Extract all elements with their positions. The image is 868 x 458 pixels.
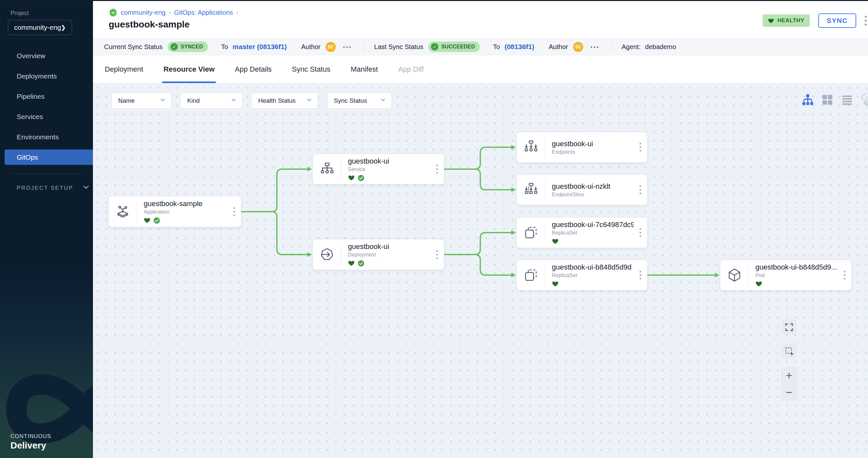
- filter-kind[interactable]: Kind: [180, 93, 243, 109]
- sidebar-item-environments[interactable]: Environments: [5, 129, 93, 144]
- filter-name[interactable]: Name: [111, 93, 172, 109]
- resource-node-replicaset-guestbook-ui-b848d5d9d[interactable]: guestbook-ui-b848d5d9dReplicaSet: [517, 260, 647, 291]
- zoom-out-button[interactable]: −: [781, 384, 798, 401]
- chevron-down-icon: [83, 184, 90, 192]
- overflow-dots-icon[interactable]: •••: [590, 44, 599, 50]
- replicaset-icon: [517, 225, 545, 240]
- node-menu-icon[interactable]: [640, 271, 641, 280]
- edge-svc-to-ep: [444, 147, 512, 169]
- breadcrumb-project-link[interactable]: community-eng: [121, 9, 165, 17]
- replicaset-icon: [517, 268, 545, 283]
- sidebar-item-overview[interactable]: Overview: [5, 48, 93, 63]
- tree-view-icon[interactable]: [801, 93, 814, 106]
- node-menu-icon[interactable]: [640, 143, 641, 152]
- node-health-badges: [552, 281, 631, 288]
- edge-dep-to-rs2: [444, 255, 512, 275]
- healthy-heart-icon: [348, 260, 355, 267]
- sidebar-item-services[interactable]: Services: [5, 109, 93, 124]
- sidebar-divider: [10, 173, 83, 174]
- node-body: guestbook-uiDeployment: [341, 242, 389, 267]
- project-selector[interactable]: community-eng ❯: [8, 20, 72, 35]
- zoom-in-button[interactable]: +: [781, 367, 798, 384]
- endpoints-icon: [517, 140, 545, 155]
- current-commit-link[interactable]: master (08136f1): [233, 43, 287, 51]
- overflow-dots-icon[interactable]: •••: [343, 44, 352, 50]
- node-health-badges: [552, 238, 634, 245]
- node-kind: Deployment: [348, 252, 389, 258]
- node-kind: EndpointSlice: [552, 192, 611, 198]
- fullscreen-icon: [785, 323, 794, 331]
- resource-node-pod-guestbook-ui-b848d5d9-[interactable]: guestbook-ui-b848d5d9...Pod: [720, 260, 851, 291]
- resource-node-service-guestbook-ui[interactable]: guestbook-uiService: [313, 154, 444, 185]
- node-body: guestbook-ui-b848d5d9...Pod: [749, 263, 837, 288]
- gitops-green-icon: ∞: [108, 8, 118, 17]
- tab-deployment[interactable]: Deployment: [105, 55, 143, 83]
- fullscreen-button[interactable]: [782, 320, 797, 335]
- pod-icon: [720, 268, 748, 283]
- tab-sync-status[interactable]: Sync Status: [292, 55, 330, 83]
- resource-node-endpointslice-guestbook-ui-nzklt[interactable]: guestbook-ui-nzkltEndpointSlice: [517, 174, 647, 205]
- zoom-controls: + −: [781, 367, 798, 401]
- resource-node-deployment-guestbook-ui[interactable]: guestbook-uiDeployment: [313, 239, 444, 270]
- sidebar-item-label: Deployments: [17, 72, 57, 80]
- to-label: To: [493, 43, 500, 51]
- synced-check-icon: [154, 217, 160, 224]
- resource-node-replicaset-guestbook-ui-7c64987dc9[interactable]: guestbook-ui-7c64987dc9ReplicaSet: [517, 217, 647, 248]
- heart-icon: [768, 18, 774, 24]
- last-commit-link[interactable]: (08136f1): [504, 43, 534, 51]
- node-menu-icon[interactable]: [844, 271, 845, 280]
- sidebar-item-label: Services: [17, 113, 43, 121]
- project-setup-label: PROJECT SETUP: [17, 185, 73, 191]
- tab-manifest[interactable]: Manifest: [350, 55, 378, 83]
- application-icon: [108, 204, 137, 219]
- healthy-heart-icon: [552, 281, 559, 287]
- list-view-icon[interactable]: [840, 93, 854, 106]
- resource-filters: NameKindHealth StatusSync Status: [111, 93, 392, 109]
- service-icon: [313, 162, 341, 177]
- filter-sync-status[interactable]: Sync Status: [327, 93, 392, 109]
- resource-node-endpoints-guestbook-ui[interactable]: guestbook-uiEndpoints: [517, 132, 647, 163]
- sidebar-item-label: Pipelines: [17, 93, 44, 100]
- breadcrumb-applications-link[interactable]: GitOps: Applications: [174, 9, 233, 17]
- node-name: guestbook-ui: [348, 157, 389, 166]
- filter-health-status[interactable]: Health Status: [251, 93, 318, 109]
- tab-resource-view[interactable]: Resource View: [163, 55, 214, 83]
- node-menu-icon[interactable]: [436, 165, 438, 174]
- resource-node-application-guestbook-sample[interactable]: guestbook-sampleApplication: [108, 196, 241, 227]
- marquee-select-button[interactable]: [782, 344, 797, 359]
- sidebar-item-pipelines[interactable]: Pipelines: [5, 89, 93, 104]
- grid-view-icon[interactable]: [821, 93, 834, 106]
- author-avatar[interactable]: SC: [573, 42, 583, 52]
- deployment-icon: [313, 247, 341, 262]
- sidebar-item-deployments[interactable]: Deployments: [5, 68, 93, 84]
- node-menu-icon[interactable]: [640, 186, 641, 194]
- node-kind: Service: [348, 166, 389, 172]
- node-menu-icon[interactable]: [234, 207, 235, 216]
- sidebar: Project community-eng ❯ OverviewDeployme…: [0, 0, 93, 458]
- author-avatar[interactable]: SC: [326, 42, 336, 52]
- resource-tree-canvas[interactable]: NameKindHealth StatusSync Status guestbo…: [93, 84, 868, 458]
- marquee-select-icon: [785, 347, 794, 355]
- cluster-view-icon[interactable]: [860, 93, 868, 106]
- more-options-icon[interactable]: [865, 16, 867, 26]
- node-body: guestbook-ui-nzkltEndpointSlice: [545, 182, 611, 198]
- healthy-heart-icon: [348, 174, 355, 181]
- sidebar-nav: OverviewDeploymentsPipelinesServicesEnvi…: [0, 48, 93, 165]
- divider: [611, 42, 612, 52]
- node-health-badges: [348, 260, 389, 267]
- endpointslice-icon: [517, 182, 545, 197]
- node-body: guestbook-uiService: [341, 157, 389, 182]
- tab-app-details[interactable]: App Details: [235, 55, 272, 83]
- sync-button[interactable]: SYNC: [818, 13, 856, 28]
- node-health-badges: [755, 281, 837, 288]
- health-badge-label: HEALTHY: [777, 17, 805, 24]
- project-setup-toggle[interactable]: PROJECT SETUP: [17, 184, 90, 192]
- healthy-heart-icon: [552, 238, 559, 245]
- sidebar-item-gitops[interactable]: GitOps: [5, 150, 93, 165]
- page-title: guestbook-sample: [108, 19, 189, 30]
- node-menu-icon[interactable]: [436, 250, 438, 259]
- node-name: guestbook-ui-7c64987dc9: [552, 221, 634, 229]
- synced-check-icon: [358, 260, 364, 267]
- node-menu-icon[interactable]: [640, 228, 641, 237]
- agent-value: debademo: [645, 43, 676, 51]
